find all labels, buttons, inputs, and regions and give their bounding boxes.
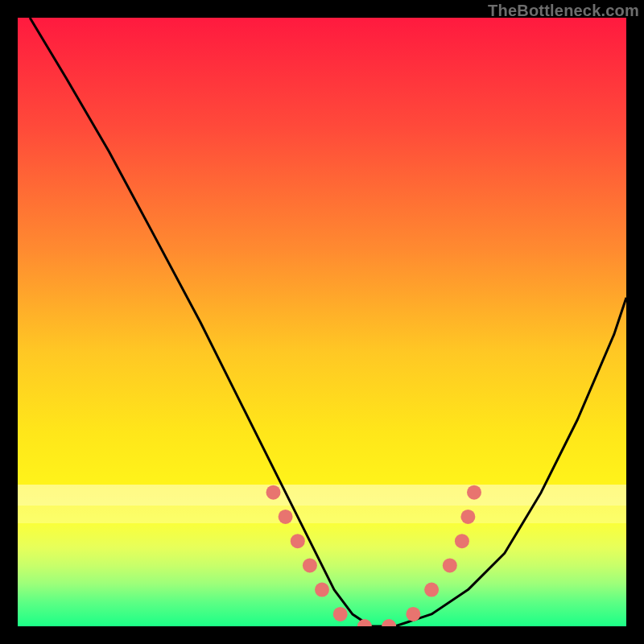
highlight-marker: [406, 607, 420, 621]
highlight-marker: [467, 485, 481, 500]
highlight-markers: [266, 485, 482, 626]
highlight-marker: [424, 583, 439, 597]
bottleneck-curve-path: [30, 18, 626, 626]
highlight-marker: [266, 485, 281, 500]
highlight-marker: [455, 534, 469, 548]
chart-outer-frame: TheBottleneck.com: [0, 0, 644, 644]
highlight-marker: [443, 558, 457, 572]
highlight-marker: [279, 510, 293, 524]
highlight-marker: [460, 510, 475, 524]
highlight-marker: [303, 558, 317, 572]
highlight-marker: [315, 583, 329, 597]
highlight-marker: [291, 534, 305, 548]
highlight-marker: [333, 607, 348, 621]
chart-svg: [18, 18, 626, 626]
bottleneck-curve: [30, 18, 626, 626]
watermark-text: TheBottleneck.com: [488, 2, 639, 20]
highlight-marker: [382, 619, 396, 626]
plot-area: [18, 18, 626, 626]
